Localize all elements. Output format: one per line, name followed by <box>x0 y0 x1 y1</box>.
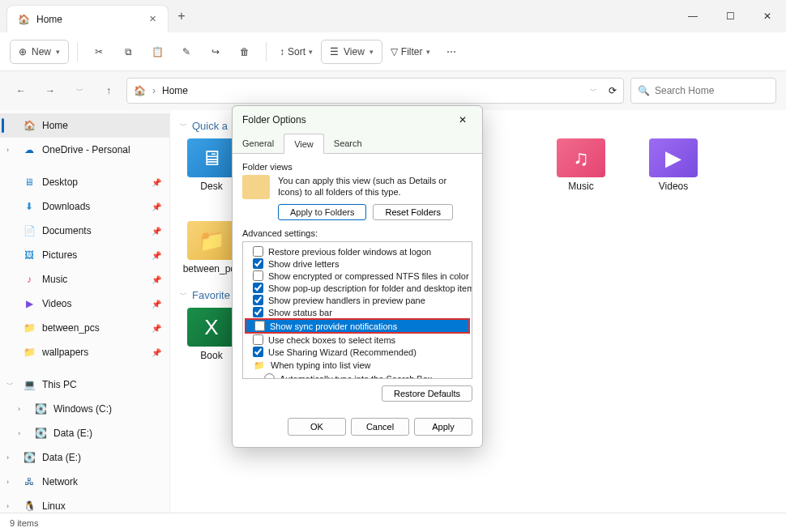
collapse-icon[interactable]: ﹀ <box>6 380 14 390</box>
expand-icon[interactable]: › <box>18 405 20 413</box>
maximize-button[interactable]: ☐ <box>711 0 749 32</box>
ok-button[interactable]: OK <box>288 418 346 436</box>
close-window-button[interactable]: ✕ <box>749 0 786 32</box>
home-icon: 🏠 <box>134 85 146 96</box>
sidebar-item-label: wallpapers <box>42 347 88 358</box>
sidebar-item-wallpapers[interactable]: 📁wallpapers📌 <box>0 340 169 364</box>
sort-icon: ↕ <box>280 46 284 57</box>
search-box[interactable]: 🔍 <box>630 78 776 104</box>
checkbox[interactable] <box>253 295 263 305</box>
tab-general[interactable]: General <box>233 134 284 153</box>
sidebar-item-between[interactable]: 📁between_pcs📌 <box>0 316 169 340</box>
checkbox[interactable] <box>253 283 263 293</box>
sidebar-item-downloads[interactable]: ⬇Downloads📌 <box>0 194 169 219</box>
sidebar-item-linux[interactable]: ›🐧Linux <box>0 494 169 513</box>
sidebar-item-label: Pictures <box>42 249 77 261</box>
checkbox[interactable] <box>253 334 263 345</box>
rename-button[interactable]: ✎ <box>173 39 199 65</box>
sidebar-item-label: Data (E:) <box>53 428 92 439</box>
expand-icon[interactable]: › <box>6 146 9 154</box>
apply-button[interactable]: Apply <box>414 418 472 436</box>
checkbox[interactable] <box>253 307 263 317</box>
tab-view[interactable]: View <box>284 134 324 154</box>
view-button[interactable]: ☰ View ▾ <box>321 40 382 64</box>
option-sharing-wizard[interactable]: Use Sharing Wizard (Recommended) <box>245 346 470 358</box>
sidebar-item-onedrive[interactable]: › ☁ OneDrive - Personal <box>0 138 169 162</box>
folder-videos[interactable]: ▶Videos <box>642 138 705 192</box>
checkbox[interactable] <box>253 270 263 281</box>
sidebar-item-videos[interactable]: ▶Videos📌 <box>0 292 169 316</box>
checkbox[interactable] <box>253 246 263 257</box>
sidebar-item-home[interactable]: 🏠 Home <box>0 113 169 138</box>
folder-music[interactable]: ♫Music <box>549 138 613 192</box>
radio[interactable] <box>264 373 275 379</box>
delete-button[interactable]: 🗑 <box>232 39 258 65</box>
close-tab-icon[interactable]: ✕ <box>147 14 158 25</box>
recent-menu-button[interactable]: ﹀ <box>68 79 91 102</box>
advanced-settings-list[interactable]: Restore previous folder windows at logon… <box>242 241 472 379</box>
copy-button[interactable]: ⧉ <box>115 39 141 65</box>
pin-icon: 📌 <box>152 348 161 357</box>
folder-label: Videos <box>659 181 688 192</box>
sidebar-item-label: Desktop <box>42 177 78 188</box>
back-button[interactable]: ← <box>10 79 32 102</box>
cancel-button[interactable]: Cancel <box>351 418 409 436</box>
paste-button[interactable]: 📋 <box>144 39 170 65</box>
sidebar-item-desktop[interactable]: 🖥Desktop📌 <box>0 170 169 194</box>
breadcrumb[interactable]: Home <box>162 85 188 96</box>
folder-icon: 📁 <box>253 359 266 372</box>
refresh-icon[interactable]: ⟳ <box>609 85 617 96</box>
expand-icon[interactable]: › <box>6 502 9 510</box>
sidebar-item-data-e2[interactable]: ›💽Data (E:) <box>0 445 169 470</box>
rename-icon: ✎ <box>182 46 190 57</box>
folder-options-dialog: Folder Options ✕ General View Search Fol… <box>232 105 483 448</box>
sidebar-item-data-e1[interactable]: ›💽Data (E:) <box>0 421 169 445</box>
restore-defaults-button[interactable]: Restore Defaults <box>382 385 472 402</box>
option-popup-description[interactable]: Show pop-up description for folder and d… <box>245 282 470 294</box>
expand-icon[interactable]: › <box>6 453 9 462</box>
option-sync-notifications[interactable]: Show sync provider notifications <box>246 320 468 332</box>
share-button[interactable]: ↪ <box>203 39 229 65</box>
expand-icon[interactable]: › <box>18 429 20 437</box>
sidebar-item-thispc[interactable]: ﹀💻This PC <box>0 372 169 397</box>
forward-button[interactable]: → <box>39 79 62 102</box>
sidebar-item-pictures[interactable]: 🖼Pictures📌 <box>0 243 169 267</box>
apply-to-folders-button[interactable]: Apply to Folders <box>278 204 366 220</box>
checkbox[interactable] <box>254 321 265 331</box>
dialog-close-button[interactable]: ✕ <box>453 114 472 126</box>
option-drive-letters[interactable]: Show drive letters <box>245 257 470 270</box>
minimize-button[interactable]: — <box>674 0 711 32</box>
tab-home[interactable]: 🏠 Home ✕ <box>6 5 169 32</box>
option-auto-type[interactable]: Automatically type into the Search Box <box>245 372 470 379</box>
sidebar-item-music[interactable]: ♪Music📌 <box>0 267 169 292</box>
sort-button[interactable]: ↕ Sort ▾ <box>275 39 318 65</box>
new-tab-button[interactable]: + <box>169 9 194 23</box>
sidebar-item-label: Downloads <box>42 201 90 212</box>
view-label: View <box>344 46 365 57</box>
tab-search[interactable]: Search <box>324 134 372 153</box>
new-button[interactable]: ⊕ New ▾ <box>10 40 69 64</box>
highlighted-option: Show sync provider notifications <box>245 318 470 334</box>
option-status-bar[interactable]: Show status bar <box>245 306 470 318</box>
dialog-titlebar[interactable]: Folder Options ✕ <box>233 106 482 134</box>
view-icon: ☰ <box>330 46 339 57</box>
address-bar[interactable]: 🏠 › Home ﹀ ⟳ <box>126 78 624 104</box>
search-input[interactable] <box>655 85 769 96</box>
expand-icon[interactable]: › <box>6 478 9 486</box>
sidebar-item-windows-c[interactable]: ›💽Windows (C:) <box>0 397 169 421</box>
option-preview-handlers[interactable]: Show preview handlers in preview pane <box>245 294 470 306</box>
checkbox[interactable] <box>253 258 263 269</box>
option-encrypted-color[interactable]: Show encrypted or compressed NTFS files … <box>245 270 470 282</box>
sidebar-item-documents[interactable]: 📄Documents📌 <box>0 219 169 243</box>
sidebar-item-network[interactable]: ›🖧Network <box>0 470 169 494</box>
option-restore-previous[interactable]: Restore previous folder windows at logon <box>245 245 470 257</box>
filter-button[interactable]: ▽ Filter ▾ <box>386 39 435 65</box>
cut-button[interactable]: ✂ <box>86 39 112 65</box>
disk-icon: 💽 <box>23 451 36 464</box>
chevron-down-icon[interactable]: ﹀ <box>590 86 597 96</box>
checkbox[interactable] <box>253 347 263 357</box>
more-button[interactable]: ⋯ <box>438 39 464 65</box>
up-button[interactable]: ↑ <box>97 79 120 102</box>
option-checkboxes[interactable]: Use check boxes to select items <box>245 334 470 346</box>
reset-folders-button[interactable]: Reset Folders <box>373 204 452 220</box>
